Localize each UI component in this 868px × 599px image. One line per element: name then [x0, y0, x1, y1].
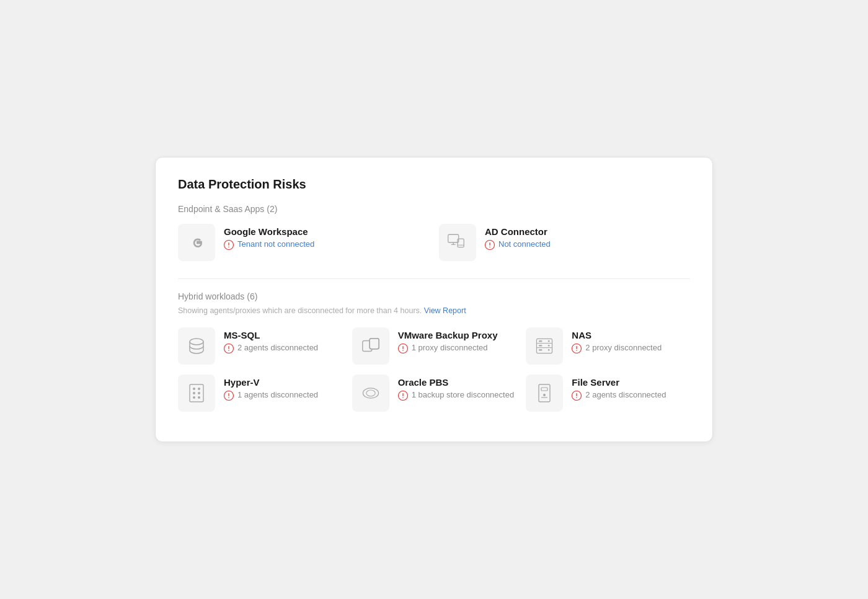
- section1-label: Endpoint & Saas Apps (2): [178, 204, 690, 214]
- ad-connector-icon: [447, 232, 468, 253]
- file-server-warning-icon: [572, 391, 582, 401]
- nas-name: NAS: [572, 330, 662, 340]
- ms-sql-name: MS-SQL: [224, 330, 318, 340]
- google-workspace-name: Google Workspace: [224, 226, 314, 237]
- svg-rect-31: [577, 346, 577, 349]
- ad-connector-item: AD Connector Not connected: [439, 224, 690, 261]
- svg-point-14: [228, 350, 229, 351]
- nas-icon-box: [526, 327, 563, 365]
- oracle-pbs-icon-box: [352, 375, 389, 412]
- svg-rect-41: [228, 393, 229, 396]
- svg-point-43: [363, 388, 378, 398]
- oracle-pbs-warning-icon: [398, 391, 408, 401]
- nas-icon: [534, 335, 555, 357]
- vmware-status-text: 1 proxy disconnected: [412, 343, 488, 352]
- svg-point-28: [548, 345, 550, 347]
- svg-rect-25: [539, 345, 542, 346]
- ad-connector-icon-box: [439, 224, 476, 261]
- hyper-v-status: 1 agents disconnected: [224, 390, 318, 401]
- nas-item: NAS 2 proxy disconnected: [526, 327, 690, 365]
- svg-point-34: [193, 388, 195, 390]
- oracle-pbs-item: Oracle PBS 1 backup store disconnected: [352, 375, 516, 412]
- svg-rect-16: [370, 339, 379, 349]
- oracle-pbs-info: Oracle PBS 1 backup store disconnected: [398, 375, 515, 401]
- svg-rect-49: [541, 388, 547, 391]
- hyper-v-icon: [186, 383, 207, 404]
- svg-rect-48: [539, 384, 550, 402]
- file-server-icon-box: [526, 375, 563, 412]
- hybrid-row1-grid: MS-SQL 2 agents disconnected: [178, 327, 690, 365]
- svg-rect-13: [228, 346, 229, 349]
- vmware-icon-box: [352, 327, 389, 365]
- hybrid-subtitle-text: Showing agents/proxies which are disconn…: [178, 306, 422, 315]
- oracle-pbs-icon: [360, 383, 381, 404]
- vmware-warning-icon: [398, 344, 408, 353]
- hyper-v-warning-icon: [224, 391, 234, 401]
- svg-rect-46: [402, 393, 403, 396]
- ms-sql-status: 2 agents disconnected: [224, 343, 318, 353]
- nas-status-text: 2 proxy disconnected: [585, 343, 662, 352]
- ad-connector-info: AD Connector Not connected: [485, 224, 551, 250]
- google-workspace-item: Google Workspace Tenant not connected: [178, 224, 429, 261]
- vmware-icon: [360, 335, 381, 357]
- svg-point-36: [193, 392, 195, 394]
- svg-rect-53: [577, 393, 577, 396]
- view-report-link[interactable]: View Report: [424, 306, 466, 315]
- google-workspace-status-text[interactable]: Tenant not connected: [237, 239, 314, 249]
- google-workspace-warning-icon: [224, 240, 234, 250]
- vmware-status: 1 proxy disconnected: [398, 343, 498, 353]
- svg-point-54: [577, 397, 578, 398]
- oracle-pbs-status: 1 backup store disconnected: [398, 390, 515, 401]
- ad-connector-status[interactable]: Not connected: [485, 239, 551, 250]
- ad-connector-warning-icon: [485, 240, 495, 250]
- hybrid-subtitle: Showing agents/proxies which are disconn…: [178, 306, 690, 315]
- svg-rect-33: [190, 384, 203, 402]
- vmware-item: VMware Backup Proxy 1 proxy disconnected: [352, 327, 516, 365]
- hyper-v-status-text: 1 agents disconnected: [237, 390, 318, 399]
- google-workspace-icon-box: [178, 224, 215, 261]
- svg-point-11: [190, 339, 203, 345]
- svg-point-10: [489, 246, 490, 247]
- svg-point-42: [228, 397, 229, 398]
- ms-sql-icon: [186, 335, 207, 357]
- svg-rect-1: [228, 242, 229, 246]
- google-workspace-info: Google Workspace Tenant not connected: [224, 224, 314, 250]
- svg-rect-26: [539, 349, 542, 350]
- svg-point-47: [402, 397, 404, 398]
- nas-info: NAS 2 proxy disconnected: [572, 327, 662, 353]
- vmware-info: VMware Backup Proxy 1 proxy disconnected: [398, 327, 498, 353]
- ad-connector-name: AD Connector: [485, 226, 551, 237]
- svg-point-32: [577, 350, 578, 351]
- oracle-pbs-status-text: 1 backup store disconnected: [412, 390, 515, 399]
- svg-point-20: [402, 350, 404, 351]
- svg-point-39: [198, 396, 200, 399]
- data-protection-risks-card: Data Protection Risks Endpoint & Saas Ap…: [155, 157, 713, 442]
- file-server-item: File Server 2 agents disconnected: [526, 375, 690, 412]
- ad-connector-status-text[interactable]: Not connected: [498, 239, 551, 249]
- section2-label: Hybrid workloads (6): [178, 291, 690, 301]
- file-server-status: 2 agents disconnected: [572, 390, 666, 401]
- file-server-icon: [534, 383, 555, 404]
- google-workspace-status[interactable]: Tenant not connected: [224, 239, 314, 250]
- hybrid-row2-grid: Hyper-V 1 agents disconnected: [178, 375, 690, 412]
- hyper-v-icon-box: [178, 375, 215, 412]
- endpoint-saas-grid: Google Workspace Tenant not connected: [178, 224, 690, 261]
- card-title: Data Protection Risks: [178, 177, 690, 192]
- ms-sql-item: MS-SQL 2 agents disconnected: [178, 327, 342, 365]
- hyper-v-info: Hyper-V 1 agents disconnected: [224, 375, 318, 401]
- svg-point-37: [198, 392, 200, 394]
- google-workspace-icon: [186, 232, 207, 253]
- svg-rect-19: [402, 346, 403, 349]
- hyper-v-item: Hyper-V 1 agents disconnected: [178, 375, 342, 412]
- nas-warning-icon: [572, 344, 582, 353]
- ms-sql-status-text: 2 agents disconnected: [237, 343, 318, 352]
- svg-rect-9: [489, 242, 490, 246]
- svg-point-2: [228, 246, 229, 247]
- oracle-pbs-name: Oracle PBS: [398, 377, 515, 388]
- svg-rect-3: [448, 234, 459, 242]
- svg-point-29: [548, 349, 550, 351]
- file-server-name: File Server: [572, 377, 666, 388]
- svg-point-35: [198, 388, 200, 390]
- ms-sql-warning-icon: [224, 344, 234, 353]
- svg-point-38: [193, 396, 195, 399]
